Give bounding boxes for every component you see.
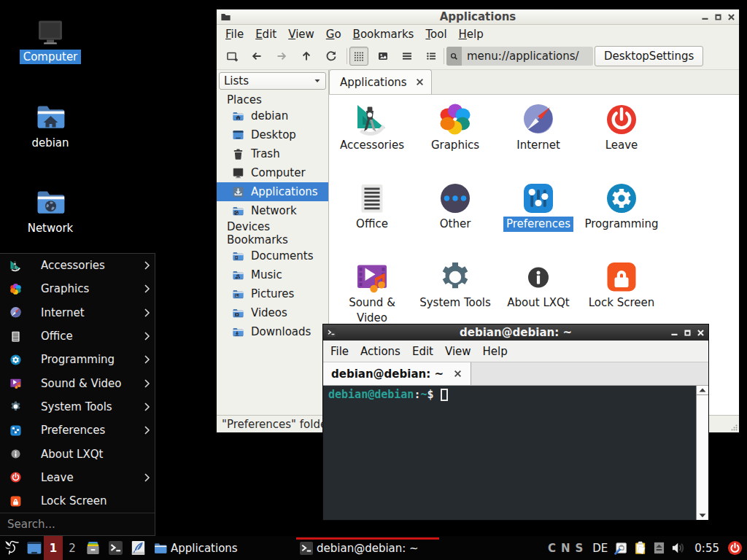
app-category-system-tools[interactable]: System Tools bbox=[414, 260, 497, 311]
app-category-graphics[interactable]: Graphics bbox=[414, 102, 497, 153]
icon-view-button[interactable] bbox=[349, 47, 368, 66]
desktop-icon-network[interactable]: Network bbox=[7, 186, 94, 236]
file-manager-titlebar[interactable]: Applications bbox=[217, 9, 739, 25]
app-category-about-lxqt[interactable]: About LXQt bbox=[497, 260, 580, 311]
menu-item-system-tools[interactable]: System Tools bbox=[0, 395, 155, 419]
menu-item-preferences[interactable]: Preferences bbox=[0, 419, 155, 442]
resize-grip[interactable] bbox=[730, 424, 738, 431]
terminal-titlebar[interactable]: debian@debian: ~ bbox=[323, 324, 708, 341]
terminal-screen[interactable]: debian@debian:~$ bbox=[323, 386, 708, 520]
app-category-preferences[interactable]: Preferences bbox=[497, 181, 580, 232]
menu-file[interactable]: File bbox=[220, 28, 249, 41]
menu-item-leave[interactable]: Leave bbox=[0, 466, 155, 489]
menu-help[interactable]: Help bbox=[477, 345, 514, 358]
menu-item-office[interactable]: Office bbox=[0, 324, 155, 348]
app-category-internet[interactable]: Internet bbox=[497, 102, 580, 153]
menu-item-lock-screen[interactable]: Lock Screen bbox=[0, 489, 155, 513]
menu-edit[interactable]: Edit bbox=[249, 28, 282, 41]
minimize-button[interactable] bbox=[671, 330, 678, 336]
show-desktop-button[interactable] bbox=[24, 536, 44, 560]
terminal-tab[interactable]: debian@debian: ~ bbox=[323, 362, 471, 385]
menu-help[interactable]: Help bbox=[453, 28, 489, 41]
sidebar-item-downloads[interactable]: Downloads bbox=[217, 322, 328, 341]
thumbnail-view-button[interactable] bbox=[374, 47, 392, 66]
keyboard-layout-indicator[interactable]: DE bbox=[592, 542, 608, 555]
sidebar-item-debian[interactable]: debian bbox=[217, 106, 328, 125]
workspace-1-button[interactable]: 1 bbox=[44, 536, 63, 560]
sidebar-item-computer[interactable]: Computer bbox=[217, 163, 328, 182]
sidebar-header-places: Places bbox=[217, 93, 328, 106]
close-button[interactable] bbox=[697, 330, 704, 336]
maximize-button[interactable] bbox=[715, 14, 721, 20]
scroll-up-icon[interactable] bbox=[697, 388, 708, 392]
menu-go[interactable]: Go bbox=[320, 28, 347, 41]
maximize-button[interactable] bbox=[684, 330, 691, 336]
quicklaunch-file-manager[interactable] bbox=[82, 536, 104, 560]
tab-close-icon[interactable] bbox=[416, 78, 424, 86]
menu-bookmarks[interactable]: Bookmarks bbox=[347, 28, 420, 41]
keyboard-state-indicator[interactable]: C N S bbox=[548, 542, 588, 555]
menu-edit[interactable]: Edit bbox=[406, 345, 439, 358]
leave-button[interactable] bbox=[724, 536, 746, 560]
sidebar-item-desktop[interactable]: Desktop bbox=[217, 125, 328, 144]
path-filter-chip[interactable] bbox=[446, 47, 462, 66]
menu-view[interactable]: View bbox=[282, 28, 320, 41]
app-category-office[interactable]: Office bbox=[330, 181, 414, 232]
reload-button[interactable] bbox=[322, 47, 341, 66]
clock[interactable]: 0:55 bbox=[694, 542, 719, 555]
desktop-icon-computer[interactable]: Computer bbox=[7, 18, 94, 64]
terminal-scrollbar[interactable] bbox=[696, 386, 708, 520]
close-button[interactable] bbox=[728, 14, 735, 20]
app-category-programming[interactable]: Programming bbox=[580, 181, 663, 232]
app-category-other[interactable]: Other bbox=[414, 181, 497, 232]
menu-search-input[interactable]: Search... bbox=[0, 513, 155, 535]
tray-removable-media-icon[interactable] bbox=[649, 536, 668, 560]
task-button-terminal[interactable]: debian@debian: ~ bbox=[296, 536, 439, 560]
menu-tool[interactable]: Tool bbox=[419, 28, 452, 41]
menu-item-sound-video[interactable]: Sound & Video bbox=[0, 371, 155, 394]
menu-item-about-lxqt[interactable]: About LXQt bbox=[0, 442, 155, 465]
sidebar-item-network[interactable]: Network bbox=[217, 201, 328, 220]
sidebar-mode-combobox[interactable]: Lists bbox=[219, 72, 326, 90]
app-category-accessories[interactable]: Accessories bbox=[330, 102, 414, 153]
path-completion-button[interactable]: DesktopSettings bbox=[595, 46, 703, 66]
sidebar-item-music[interactable]: Music bbox=[217, 265, 328, 284]
path-text[interactable]: menu://applications/ bbox=[462, 50, 579, 63]
app-category-leave[interactable]: Leave bbox=[580, 102, 663, 153]
forward-button[interactable] bbox=[272, 47, 291, 66]
menu-view[interactable]: View bbox=[439, 345, 477, 358]
sidebar-item-videos[interactable]: Videos bbox=[217, 303, 328, 322]
compact-view-button[interactable] bbox=[398, 47, 417, 66]
menu-item-internet[interactable]: Internet bbox=[0, 301, 155, 324]
scroll-down-icon[interactable] bbox=[697, 513, 708, 518]
menu-item-accessories[interactable]: Accessories bbox=[0, 254, 155, 277]
app-category-lock-screen[interactable]: Lock Screen bbox=[580, 260, 663, 311]
tray-screenshot-icon[interactable] bbox=[611, 536, 630, 560]
sidebar-item-trash[interactable]: Trash bbox=[217, 144, 328, 163]
tray-volume-icon[interactable] bbox=[668, 536, 687, 560]
main-menu-button[interactable] bbox=[0, 536, 24, 560]
menu-actions[interactable]: Actions bbox=[355, 345, 406, 358]
tray-clipboard-icon[interactable] bbox=[630, 536, 649, 560]
tab-label: debian@debian: ~ bbox=[331, 368, 444, 381]
menu-item-programming[interactable]: Programming bbox=[0, 348, 155, 371]
path-bar[interactable]: menu://applications/ bbox=[446, 47, 593, 66]
menu-file[interactable]: File bbox=[325, 345, 355, 358]
tab-close-icon[interactable] bbox=[454, 370, 462, 378]
detailed-view-button[interactable] bbox=[422, 47, 441, 66]
new-tab-button[interactable] bbox=[222, 47, 241, 66]
menu-item-graphics[interactable]: Graphics bbox=[0, 277, 155, 300]
sidebar-item-applications[interactable]: Applications bbox=[217, 182, 328, 201]
workspace-2-button[interactable]: 2 bbox=[63, 536, 82, 560]
minimize-button[interactable] bbox=[702, 14, 708, 20]
quicklaunch-featherpad[interactable] bbox=[127, 536, 150, 560]
task-button-applications[interactable]: Applications bbox=[150, 536, 293, 560]
quicklaunch-terminal[interactable] bbox=[104, 536, 127, 560]
tab-applications[interactable]: Applications bbox=[329, 69, 432, 94]
app-category-sound-video[interactable]: Sound & Video bbox=[330, 260, 414, 326]
sidebar-item-documents[interactable]: Documents bbox=[217, 246, 328, 265]
back-button[interactable] bbox=[247, 47, 266, 66]
up-button[interactable] bbox=[297, 47, 316, 66]
sidebar-item-pictures[interactable]: Pictures bbox=[217, 284, 328, 303]
desktop-icon-debian[interactable]: debian bbox=[7, 101, 94, 150]
